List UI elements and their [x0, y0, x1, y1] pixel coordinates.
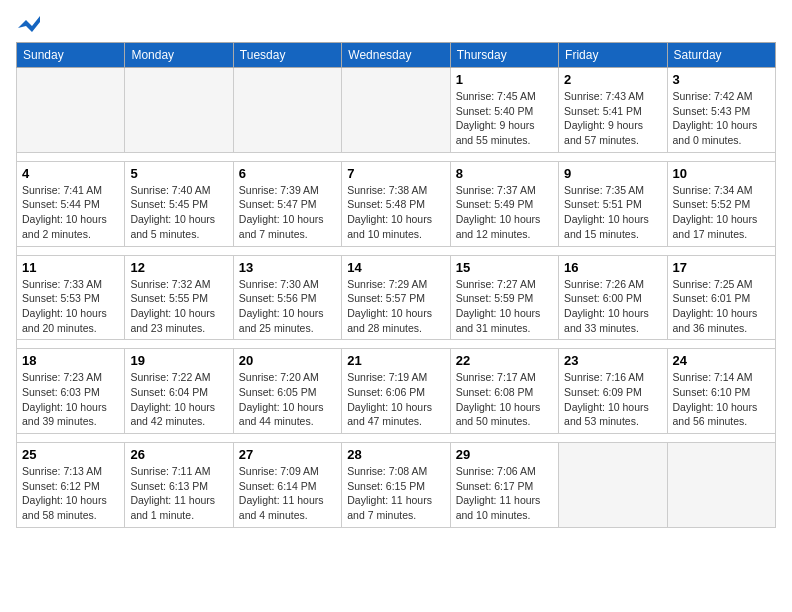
calendar-cell	[559, 443, 667, 528]
calendar-header-row: SundayMondayTuesdayWednesdayThursdayFrid…	[17, 43, 776, 68]
separator-cell	[17, 434, 776, 443]
header-monday: Monday	[125, 43, 233, 68]
calendar-cell: 13Sunrise: 7:30 AM Sunset: 5:56 PM Dayli…	[233, 255, 341, 340]
day-info: Sunrise: 7:14 AM Sunset: 6:10 PM Dayligh…	[673, 370, 770, 429]
day-number: 12	[130, 260, 227, 275]
day-info: Sunrise: 7:35 AM Sunset: 5:51 PM Dayligh…	[564, 183, 661, 242]
week-separator	[17, 340, 776, 349]
day-info: Sunrise: 7:09 AM Sunset: 6:14 PM Dayligh…	[239, 464, 336, 523]
day-number: 18	[22, 353, 119, 368]
day-number: 26	[130, 447, 227, 462]
day-number: 24	[673, 353, 770, 368]
calendar-cell: 3Sunrise: 7:42 AM Sunset: 5:43 PM Daylig…	[667, 68, 775, 153]
day-info: Sunrise: 7:34 AM Sunset: 5:52 PM Dayligh…	[673, 183, 770, 242]
day-info: Sunrise: 7:25 AM Sunset: 6:01 PM Dayligh…	[673, 277, 770, 336]
day-number: 7	[347, 166, 444, 181]
day-number: 27	[239, 447, 336, 462]
day-info: Sunrise: 7:29 AM Sunset: 5:57 PM Dayligh…	[347, 277, 444, 336]
day-number: 13	[239, 260, 336, 275]
calendar-cell: 8Sunrise: 7:37 AM Sunset: 5:49 PM Daylig…	[450, 161, 558, 246]
day-number: 8	[456, 166, 553, 181]
day-number: 9	[564, 166, 661, 181]
calendar-cell: 27Sunrise: 7:09 AM Sunset: 6:14 PM Dayli…	[233, 443, 341, 528]
calendar-cell: 11Sunrise: 7:33 AM Sunset: 5:53 PM Dayli…	[17, 255, 125, 340]
day-number: 10	[673, 166, 770, 181]
day-number: 14	[347, 260, 444, 275]
separator-cell	[17, 152, 776, 161]
day-info: Sunrise: 7:11 AM Sunset: 6:13 PM Dayligh…	[130, 464, 227, 523]
day-number: 19	[130, 353, 227, 368]
calendar-cell: 18Sunrise: 7:23 AM Sunset: 6:03 PM Dayli…	[17, 349, 125, 434]
week-separator	[17, 152, 776, 161]
day-info: Sunrise: 7:13 AM Sunset: 6:12 PM Dayligh…	[22, 464, 119, 523]
calendar-cell: 4Sunrise: 7:41 AM Sunset: 5:44 PM Daylig…	[17, 161, 125, 246]
day-info: Sunrise: 7:45 AM Sunset: 5:40 PM Dayligh…	[456, 89, 553, 148]
day-info: Sunrise: 7:33 AM Sunset: 5:53 PM Dayligh…	[22, 277, 119, 336]
calendar-cell: 12Sunrise: 7:32 AM Sunset: 5:55 PM Dayli…	[125, 255, 233, 340]
calendar-week-3: 11Sunrise: 7:33 AM Sunset: 5:53 PM Dayli…	[17, 255, 776, 340]
calendar-cell: 22Sunrise: 7:17 AM Sunset: 6:08 PM Dayli…	[450, 349, 558, 434]
day-info: Sunrise: 7:32 AM Sunset: 5:55 PM Dayligh…	[130, 277, 227, 336]
week-separator	[17, 434, 776, 443]
calendar-cell: 19Sunrise: 7:22 AM Sunset: 6:04 PM Dayli…	[125, 349, 233, 434]
calendar-cell	[667, 443, 775, 528]
day-info: Sunrise: 7:17 AM Sunset: 6:08 PM Dayligh…	[456, 370, 553, 429]
day-info: Sunrise: 7:40 AM Sunset: 5:45 PM Dayligh…	[130, 183, 227, 242]
day-number: 21	[347, 353, 444, 368]
calendar-cell: 20Sunrise: 7:20 AM Sunset: 6:05 PM Dayli…	[233, 349, 341, 434]
header-thursday: Thursday	[450, 43, 558, 68]
day-info: Sunrise: 7:16 AM Sunset: 6:09 PM Dayligh…	[564, 370, 661, 429]
calendar-table: SundayMondayTuesdayWednesdayThursdayFrid…	[16, 42, 776, 528]
header-saturday: Saturday	[667, 43, 775, 68]
day-number: 17	[673, 260, 770, 275]
logo	[16, 16, 42, 34]
day-number: 28	[347, 447, 444, 462]
calendar-week-2: 4Sunrise: 7:41 AM Sunset: 5:44 PM Daylig…	[17, 161, 776, 246]
week-separator	[17, 246, 776, 255]
day-number: 23	[564, 353, 661, 368]
calendar-week-1: 1Sunrise: 7:45 AM Sunset: 5:40 PM Daylig…	[17, 68, 776, 153]
day-number: 15	[456, 260, 553, 275]
calendar-cell: 25Sunrise: 7:13 AM Sunset: 6:12 PM Dayli…	[17, 443, 125, 528]
calendar-cell: 5Sunrise: 7:40 AM Sunset: 5:45 PM Daylig…	[125, 161, 233, 246]
calendar-cell: 23Sunrise: 7:16 AM Sunset: 6:09 PM Dayli…	[559, 349, 667, 434]
calendar-cell	[125, 68, 233, 153]
day-number: 25	[22, 447, 119, 462]
day-number: 16	[564, 260, 661, 275]
day-number: 6	[239, 166, 336, 181]
calendar-cell	[17, 68, 125, 153]
calendar-cell: 28Sunrise: 7:08 AM Sunset: 6:15 PM Dayli…	[342, 443, 450, 528]
calendar-cell: 15Sunrise: 7:27 AM Sunset: 5:59 PM Dayli…	[450, 255, 558, 340]
day-info: Sunrise: 7:20 AM Sunset: 6:05 PM Dayligh…	[239, 370, 336, 429]
calendar-cell: 14Sunrise: 7:29 AM Sunset: 5:57 PM Dayli…	[342, 255, 450, 340]
day-number: 5	[130, 166, 227, 181]
header-sunday: Sunday	[17, 43, 125, 68]
calendar-cell: 26Sunrise: 7:11 AM Sunset: 6:13 PM Dayli…	[125, 443, 233, 528]
calendar-cell: 1Sunrise: 7:45 AM Sunset: 5:40 PM Daylig…	[450, 68, 558, 153]
calendar-cell: 16Sunrise: 7:26 AM Sunset: 6:00 PM Dayli…	[559, 255, 667, 340]
day-info: Sunrise: 7:27 AM Sunset: 5:59 PM Dayligh…	[456, 277, 553, 336]
day-info: Sunrise: 7:30 AM Sunset: 5:56 PM Dayligh…	[239, 277, 336, 336]
calendar-cell: 29Sunrise: 7:06 AM Sunset: 6:17 PM Dayli…	[450, 443, 558, 528]
calendar-cell	[342, 68, 450, 153]
day-info: Sunrise: 7:39 AM Sunset: 5:47 PM Dayligh…	[239, 183, 336, 242]
day-info: Sunrise: 7:08 AM Sunset: 6:15 PM Dayligh…	[347, 464, 444, 523]
day-number: 2	[564, 72, 661, 87]
calendar-cell: 9Sunrise: 7:35 AM Sunset: 5:51 PM Daylig…	[559, 161, 667, 246]
calendar-cell	[233, 68, 341, 153]
page-header	[16, 16, 776, 34]
calendar-cell: 10Sunrise: 7:34 AM Sunset: 5:52 PM Dayli…	[667, 161, 775, 246]
day-number: 4	[22, 166, 119, 181]
header-tuesday: Tuesday	[233, 43, 341, 68]
day-number: 20	[239, 353, 336, 368]
separator-cell	[17, 340, 776, 349]
day-info: Sunrise: 7:37 AM Sunset: 5:49 PM Dayligh…	[456, 183, 553, 242]
day-info: Sunrise: 7:43 AM Sunset: 5:41 PM Dayligh…	[564, 89, 661, 148]
day-number: 22	[456, 353, 553, 368]
calendar-cell: 17Sunrise: 7:25 AM Sunset: 6:01 PM Dayli…	[667, 255, 775, 340]
day-number: 11	[22, 260, 119, 275]
calendar-cell: 2Sunrise: 7:43 AM Sunset: 5:41 PM Daylig…	[559, 68, 667, 153]
day-number: 3	[673, 72, 770, 87]
day-info: Sunrise: 7:23 AM Sunset: 6:03 PM Dayligh…	[22, 370, 119, 429]
svg-marker-0	[18, 16, 40, 32]
